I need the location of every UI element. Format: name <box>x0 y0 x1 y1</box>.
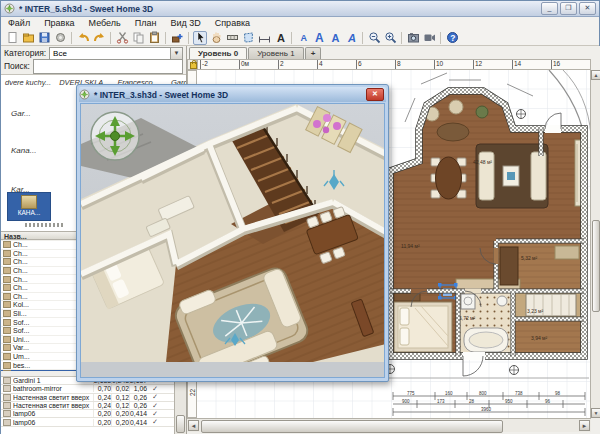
menu-edit[interactable]: Правка <box>37 17 81 30</box>
redo-icon[interactable] <box>92 31 106 45</box>
scroll-left-icon[interactable]: ◄ <box>188 420 199 431</box>
furniture-icon <box>3 419 11 426</box>
minimize-button[interactable]: _ <box>541 2 558 15</box>
room-area-label: 3,94 м² <box>531 335 548 341</box>
menu-help[interactable]: Справка <box>208 17 257 30</box>
help-icon[interactable]: ? <box>445 31 459 45</box>
horizontal-scrollbar[interactable]: ◄ ► <box>187 418 591 432</box>
furniture-icon <box>3 410 11 417</box>
catalog-item[interactable]: dvere kuchy... <box>1 78 55 87</box>
3d-view-canvas[interactable] <box>80 103 385 378</box>
dresser[interactable] <box>555 246 579 259</box>
room-area-label: 42,48 м² <box>473 159 492 165</box>
menu-furniture[interactable]: Мебель <box>82 17 128 30</box>
visible-checkbox[interactable]: ✓ <box>147 385 163 393</box>
copy-icon[interactable] <box>131 31 145 45</box>
armchair[interactable] <box>449 100 463 114</box>
add-text-icon[interactable]: A <box>273 31 287 45</box>
furniture-icon <box>3 402 11 409</box>
bedroom-dresser[interactable] <box>394 293 420 301</box>
title-bar[interactable]: * INTER_5.sh3d - Sweet Home 3D _ ❐ ✕ <box>1 1 599 17</box>
selection-handle[interactable] <box>454 283 458 287</box>
close-button[interactable]: ✕ <box>579 2 596 15</box>
save-icon[interactable] <box>37 31 51 45</box>
catalog-item[interactable]: Kana... <box>11 146 36 155</box>
visible-checkbox[interactable]: ✓ <box>147 402 163 410</box>
chevron-down-icon[interactable]: ▼ <box>170 48 182 59</box>
table-decor <box>507 172 515 180</box>
sofa[interactable] <box>531 152 546 200</box>
create-dimensions-icon[interactable] <box>257 31 271 45</box>
tab-level-1[interactable]: Уровень 1 <box>248 47 304 59</box>
create-rooms-icon[interactable] <box>241 31 255 45</box>
vertical-scrollbar[interactable]: ▲ ▼ <box>590 70 600 418</box>
close-icon[interactable]: ✕ <box>366 88 384 101</box>
new-icon[interactable] <box>5 31 19 45</box>
increase-text-size-icon[interactable]: A <box>312 31 326 45</box>
svg-text:3960: 3960 <box>481 407 492 412</box>
svg-text:A: A <box>277 32 285 44</box>
visible-checkbox[interactable]: ✓ <box>147 418 163 426</box>
scroll-up-icon[interactable]: ▲ <box>591 70 600 80</box>
selection-handle[interactable] <box>438 296 442 300</box>
select-mode-icon[interactable] <box>193 31 207 45</box>
add-level-button[interactable]: + <box>305 47 322 59</box>
selection-handle[interactable] <box>438 283 442 287</box>
paste-icon[interactable] <box>147 31 161 45</box>
3d-view-window[interactable]: * INTER_3.sh3d - Sweet Home 3D ✕ <box>76 84 389 382</box>
scroll-down-icon[interactable]: ▼ <box>591 408 600 418</box>
washing-machine[interactable] <box>461 294 475 309</box>
svg-text:A: A <box>300 33 307 43</box>
plant[interactable] <box>476 106 488 118</box>
add-furniture-icon[interactable] <box>170 31 184 45</box>
furniture-icon <box>3 336 11 343</box>
undo-icon[interactable] <box>76 31 90 45</box>
bottom-right-room-floor[interactable] <box>513 319 584 356</box>
dining-table[interactable] <box>436 157 462 199</box>
sink[interactable] <box>497 296 507 306</box>
furniture-icon <box>3 284 11 291</box>
open-folder-icon[interactable] <box>21 31 35 45</box>
scrollbar-thumb[interactable] <box>176 415 185 433</box>
scrollbar-thumb[interactable] <box>592 220 600 312</box>
svg-text:800: 800 <box>479 391 487 396</box>
furniture-icon <box>3 267 11 274</box>
furniture-icon <box>3 370 11 371</box>
porch-column <box>510 366 519 375</box>
italic-icon[interactable]: A <box>344 31 358 45</box>
visible-checkbox[interactable]: ✓ <box>147 410 163 418</box>
menu-bar: Файл Правка Мебель План Вид 3D Справка <box>1 17 599 31</box>
pan-mode-icon[interactable] <box>209 31 223 45</box>
navigation-compass[interactable] <box>91 112 139 160</box>
menu-plan[interactable]: План <box>128 17 164 30</box>
search-label: Поиск: <box>1 61 33 71</box>
maximize-button[interactable]: ❐ <box>560 2 577 15</box>
scrollbar-thumb[interactable] <box>201 420 503 433</box>
scroll-right-icon[interactable]: ► <box>579 420 590 431</box>
create-video-icon[interactable] <box>422 31 436 45</box>
zoom-out-icon[interactable] <box>367 31 381 45</box>
table-scrollbar[interactable] <box>174 376 186 434</box>
svg-text:173: 173 <box>437 399 445 404</box>
menu-3dview[interactable]: Вид 3D <box>163 17 207 30</box>
catalog-item-selected[interactable]: КАНА... <box>7 192 51 221</box>
tab-level-0[interactable]: Уровень 0 <box>189 47 247 59</box>
lock-icon[interactable] <box>190 62 197 69</box>
menu-file[interactable]: Файл <box>1 17 37 30</box>
visible-checkbox[interactable]: ✓ <box>147 393 163 401</box>
svg-text:A: A <box>331 32 339 44</box>
create-photo-icon[interactable] <box>406 31 420 45</box>
decrease-text-size-icon[interactable]: A <box>296 31 310 45</box>
3d-window-title-bar[interactable]: * INTER_3.sh3d - Sweet Home 3D ✕ <box>79 87 386 102</box>
preferences-gear-icon[interactable] <box>53 31 67 45</box>
desk[interactable] <box>500 247 518 285</box>
furniture-icon <box>3 310 11 317</box>
catalog-item[interactable]: Gar... <box>11 109 31 118</box>
create-walls-icon[interactable] <box>225 31 239 45</box>
zoom-in-icon[interactable] <box>383 31 397 45</box>
bold-icon[interactable]: A <box>328 31 342 45</box>
table-row[interactable]: lamp060,200,200,414✓ <box>1 418 187 426</box>
search-input[interactable] <box>33 59 183 74</box>
catalog-mini-scrollbar[interactable] <box>25 223 65 227</box>
cut-scissors-icon[interactable] <box>115 31 129 45</box>
